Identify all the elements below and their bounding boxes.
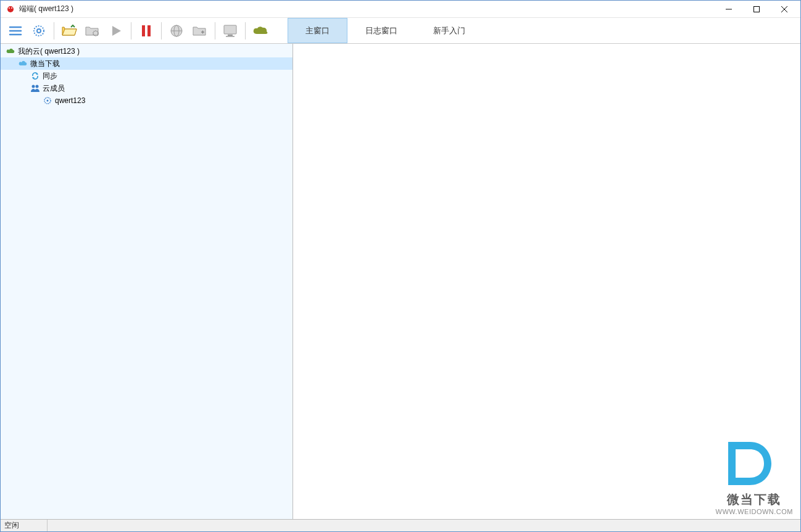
main-area: 我的云( qwert123 ) 微当下载 同步 云成员 qwert123 xyxy=(1,44,800,519)
tab-beginner-guide[interactable]: 新手入门 xyxy=(415,18,483,43)
watermark-logo-icon xyxy=(716,436,793,491)
svg-point-24 xyxy=(47,100,49,102)
watermark: 微当下载 WWW.WEIDOWN.COM xyxy=(716,436,793,515)
cloud-icon xyxy=(18,59,28,69)
tabs: 主窗口 日志窗口 新手入门 xyxy=(288,18,483,43)
gear-icon xyxy=(43,96,52,106)
svg-point-1 xyxy=(9,7,10,9)
titlebar: 端端( qwert123 ) xyxy=(1,1,800,18)
menu-button[interactable] xyxy=(4,20,27,42)
users-icon xyxy=(30,83,40,93)
svg-rect-4 xyxy=(753,6,759,12)
watermark-url: WWW.WEIDOWN.COM xyxy=(716,508,793,515)
minimize-button[interactable] xyxy=(715,1,742,18)
tree-root-my-cloud[interactable]: 我的云( qwert123 ) xyxy=(1,45,293,57)
tree-item-user-qwert123[interactable]: qwert123 xyxy=(1,94,293,107)
tree-item-label: 微当下载 xyxy=(30,59,60,69)
tree-item-sync[interactable]: 同步 xyxy=(1,70,293,82)
app-icon xyxy=(6,4,15,14)
status-text: 空闲 xyxy=(4,520,48,531)
sidebar-tree[interactable]: 我的云( qwert123 ) 微当下载 同步 云成员 qwert123 xyxy=(1,44,293,519)
folder-settings-button[interactable] xyxy=(81,20,104,42)
svg-rect-18 xyxy=(224,25,236,34)
globe-button[interactable] xyxy=(165,20,188,42)
statusbar: 空闲 xyxy=(1,519,800,531)
play-button[interactable] xyxy=(105,20,127,42)
sync-icon xyxy=(30,71,40,81)
tab-main-window[interactable]: 主窗口 xyxy=(288,18,347,43)
svg-point-11 xyxy=(37,29,41,33)
svg-point-10 xyxy=(34,26,44,36)
svg-point-22 xyxy=(36,85,39,88)
toolbar-separator xyxy=(54,22,54,39)
tab-label: 主窗口 xyxy=(305,25,330,36)
pause-button[interactable] xyxy=(135,20,157,42)
cloud-icon xyxy=(6,46,15,56)
tree-item-label: qwert123 xyxy=(55,96,85,105)
content-area: 微当下载 WWW.WEIDOWN.COM xyxy=(293,44,800,519)
svg-rect-13 xyxy=(142,25,145,36)
svg-point-0 xyxy=(7,6,14,12)
toolbar-separator xyxy=(131,22,131,39)
open-folder-button[interactable] xyxy=(58,20,80,42)
tab-log-window[interactable]: 日志窗口 xyxy=(347,18,415,43)
svg-rect-14 xyxy=(147,25,151,36)
svg-point-21 xyxy=(32,85,35,88)
toolbar-separator xyxy=(215,22,215,39)
tree-item-cloud-members[interactable]: 云成员 xyxy=(1,82,293,94)
toolbar: 主窗口 日志窗口 新手入门 xyxy=(1,18,800,44)
toolbar-separator xyxy=(161,22,162,39)
monitor-button[interactable] xyxy=(219,20,241,42)
toolbar-separator xyxy=(245,22,246,39)
svg-point-2 xyxy=(11,7,12,9)
cloud-button[interactable] xyxy=(249,20,272,42)
tab-label: 新手入门 xyxy=(433,25,465,36)
maximize-button[interactable] xyxy=(742,1,770,18)
window-controls xyxy=(715,1,798,18)
tree-item-label: 我的云( qwert123 ) xyxy=(18,46,80,57)
window-title: 端端( qwert123 ) xyxy=(19,4,715,14)
tree-item-weidang-download[interactable]: 微当下载 xyxy=(1,57,293,70)
watermark-brand: 微当下载 xyxy=(716,491,793,508)
tree-item-label: 同步 xyxy=(43,71,57,81)
svg-rect-19 xyxy=(228,35,233,36)
gear-button[interactable] xyxy=(28,20,50,42)
tree-item-label: 云成员 xyxy=(43,83,65,94)
close-button[interactable] xyxy=(770,1,798,18)
folder-button[interactable] xyxy=(189,20,211,42)
tab-label: 日志窗口 xyxy=(365,25,397,36)
